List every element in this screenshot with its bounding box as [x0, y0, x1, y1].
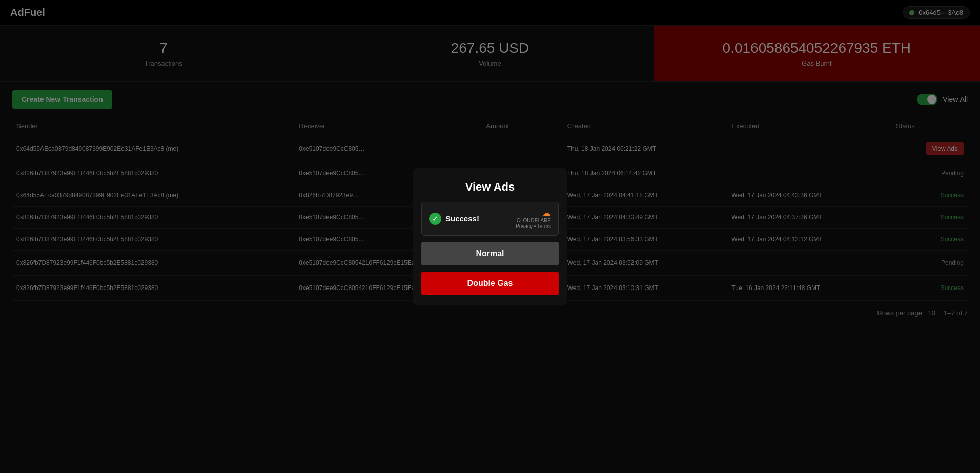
- check-icon: ✓: [429, 213, 441, 225]
- double-gas-button[interactable]: Double Gas: [421, 272, 559, 295]
- success-indicator: ✓ Success!: [429, 213, 479, 225]
- modal-dialog: View Ads ✓ Success! ☁ CLOUDFLARE Privacy…: [413, 168, 567, 305]
- cloudflare-logo: ☁ CLOUDFLARE Privacy • Terms: [516, 209, 551, 229]
- success-label: Success!: [445, 214, 479, 223]
- cloudflare-icon: ☁: [542, 209, 551, 218]
- cloudflare-label: CLOUDFLARE: [517, 218, 551, 223]
- modal-overlay[interactable]: View Ads ✓ Success! ☁ CLOUDFLARE Privacy…: [0, 0, 980, 473]
- modal-title: View Ads: [413, 168, 567, 202]
- cloudflare-sub: Privacy • Terms: [516, 223, 551, 229]
- success-bar: ✓ Success! ☁ CLOUDFLARE Privacy • Terms: [421, 202, 559, 236]
- normal-button[interactable]: Normal: [421, 242, 559, 265]
